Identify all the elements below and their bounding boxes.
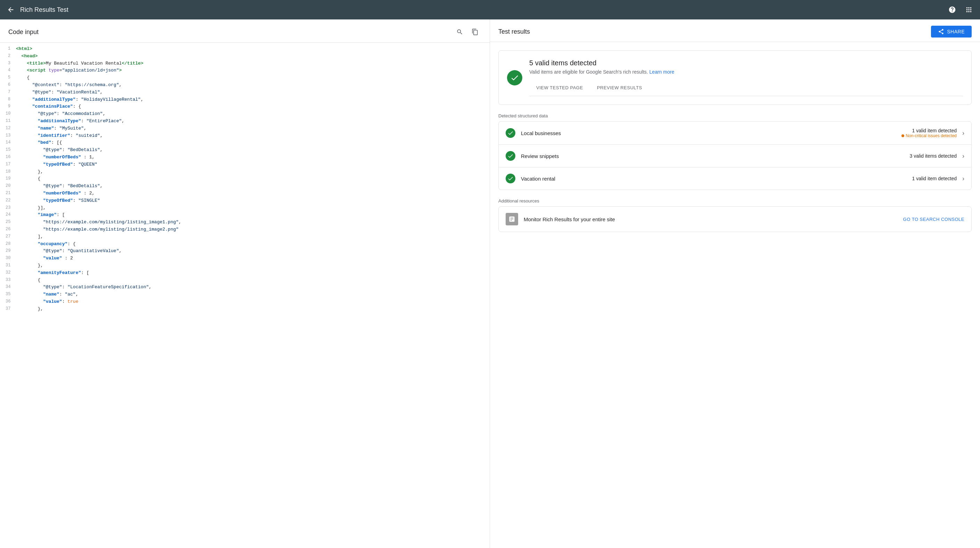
code-line: 23 }], [0,205,490,212]
structured-data-card: Local businesses 1 valid item detected N… [498,121,972,190]
code-line: 28 "occupancy": { [0,241,490,248]
code-line: 11 "additionalType": "EntirePlace", [0,118,490,125]
resource-row-search-console: Monitor Rich Results for your entire sit… [499,206,971,232]
code-line: 36 "value": true [0,298,490,306]
code-line: 24 "image": [ [0,211,490,219]
valid-items-info: 5 valid items detected Valid items are e… [529,59,963,96]
detected-section: Detected structured data Local businesse… [498,113,972,190]
copy-button[interactable] [469,26,481,38]
vacation-rental-check-icon [506,174,515,183]
data-row-local-businesses[interactable]: Local businesses 1 valid item detected N… [499,122,971,145]
code-line: 12 "name": "MySuite", [0,125,490,132]
code-line: 7 "@type": "VacationRental", [0,89,490,96]
code-line: 8 "additionalType": "HolidayVillageRenta… [0,96,490,103]
tab-view-tested-page[interactable]: VIEW TESTED PAGE [529,80,590,96]
resources-card: Monitor Rich Results for your entire sit… [498,206,972,232]
code-line: 30 "value" : 2 [0,255,490,262]
code-line: 37 }, [0,306,490,313]
code-line: 33 { [0,277,490,284]
review-snippets-check-icon [506,151,515,161]
code-line: 29 "@type": "QuantitativeValue", [0,248,490,255]
code-line: 5 { [0,74,490,82]
code-line: 17 "typeOfBed": "QUEEN" [0,161,490,168]
results-header: Test results SHARE [490,19,980,42]
data-row-vacation-rental[interactable]: Vacation rental 1 valid item detected › [499,167,971,190]
help-icon[interactable] [948,6,956,14]
code-line: 20 "@type": "BedDetails", [0,183,490,190]
code-line: 25 "https://example.com/mylisting/listin… [0,219,490,226]
review-snippets-chevron: › [962,152,964,160]
valid-items-card: 5 valid items detected Valid items are e… [498,50,972,105]
local-businesses-status: 1 valid item detected Non-critical issue… [902,128,957,138]
code-line: 18 }, [0,168,490,176]
app-header: Rich Results Test [0,0,980,19]
search-console-icon [506,213,518,226]
go-to-search-console-link[interactable]: GO TO SEARCH CONSOLE [903,217,964,222]
additional-resources-label: Additional resources [498,198,972,203]
code-line: 15 "@type": "BedDetails", [0,146,490,154]
local-businesses-chevron: › [962,130,964,137]
learn-more-link[interactable]: Learn more [649,69,675,75]
code-line: 32 "amenityFeature": [ [0,270,490,277]
header-icons [948,6,973,14]
code-panel-header: Code input [0,19,490,43]
results-title: Test results [498,28,530,35]
additional-resources-section: Additional resources Monitor Rich Result… [498,198,972,232]
code-line: 13 "identifier": "suiteid", [0,132,490,140]
local-businesses-valid-count: 1 valid item detected [902,128,957,133]
search-button[interactable] [453,26,466,38]
code-line: 3 <title>My Beautiful Vacation Rental</t… [0,60,490,67]
resource-name: Monitor Rich Results for your entire sit… [524,216,898,222]
code-line: 22 "typeOfBed": "SINGLE" [0,197,490,205]
code-line: 31 }, [0,262,490,270]
vacation-rental-status: 1 valid item detected [912,176,957,181]
vacation-rental-name: Vacation rental [521,176,912,182]
share-button[interactable]: SHARE [931,26,972,38]
tab-preview-results[interactable]: PREVIEW RESULTS [590,80,649,96]
code-line: 16 "numberOfBeds" : 1, [0,154,490,161]
code-line: 2 <head> [0,53,490,60]
data-row-review-snippets[interactable]: Review snippets 3 valid items detected › [499,145,971,167]
review-snippets-valid-count: 3 valid items detected [910,153,957,159]
tabs-row: VIEW TESTED PAGE PREVIEW RESULTS [529,80,963,96]
local-businesses-check-icon [506,128,515,138]
code-line: 14 "bed": [{ [0,139,490,146]
app-title: Rich Results Test [20,6,948,14]
results-panel: Test results SHARE 5 valid items detecte… [490,19,980,548]
code-line: 34 "@type": "LocationFeatureSpecificatio… [0,284,490,291]
local-businesses-name: Local businesses [521,130,902,136]
code-line: 26 "https://example.com/mylisting/listin… [0,226,490,233]
share-label: SHARE [947,29,965,34]
code-line: 10 "@type": "Accommodation", [0,110,490,118]
review-snippets-status: 3 valid items detected [910,153,957,159]
valid-items-title: 5 valid items detected [529,59,963,67]
code-panel-title: Code input [8,29,38,36]
code-line: 27 ], [0,233,490,241]
valid-check-icon [507,70,522,86]
code-line: 4 <script type="application/ld+json"> [0,67,490,74]
vacation-rental-valid-count: 1 valid item detected [912,176,957,181]
code-line: 1 <html> [0,46,490,53]
detected-label: Detected structured data [498,113,972,118]
code-line: 35 "name": "ac", [0,291,490,298]
warning-dot [902,134,904,137]
results-body: 5 valid items detected Valid items are e… [490,42,980,240]
code-content[interactable]: 1 <html> 2 <head> 3 <title>My Beautiful … [0,43,490,548]
valid-items-subtitle: Valid items are eligible for Google Sear… [529,69,963,75]
grid-icon[interactable] [965,6,973,14]
vacation-rental-chevron: › [962,175,964,182]
code-line: 9 "containsPlace": { [0,103,490,110]
code-panel-actions [453,26,481,38]
code-line: 19 { [0,175,490,183]
review-snippets-name: Review snippets [521,153,910,159]
code-line: 6 "@context": "https://schema.org", [0,82,490,89]
code-line: 21 "numberOfBeds" : 2, [0,190,490,197]
code-panel: Code input 1 <html> [0,19,490,548]
main-layout: Code input 1 <html> [0,19,980,548]
local-businesses-warning: Non-critical issues detected [902,133,957,138]
back-button[interactable] [7,6,14,14]
